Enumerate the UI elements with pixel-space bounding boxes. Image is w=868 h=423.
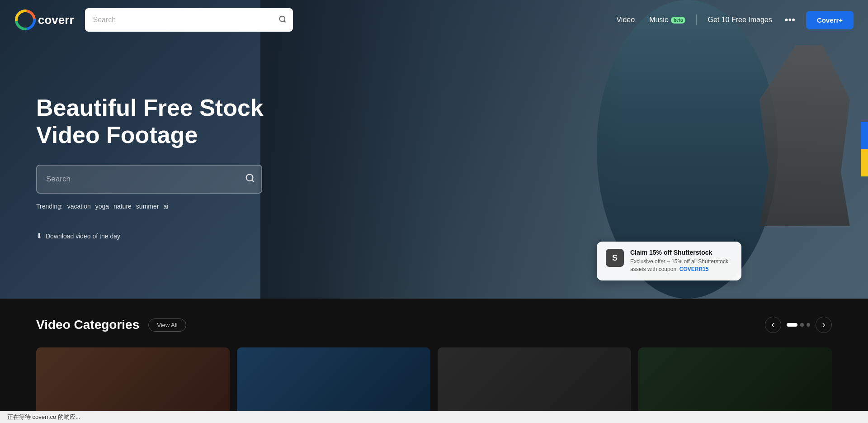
svg-line-2 (284, 21, 285, 22)
promo-logo: S (606, 249, 624, 267)
trending-tag-ai[interactable]: ai (163, 203, 168, 210)
trending-label: Trending: (36, 203, 63, 210)
trending-tag-summer[interactable]: summer (136, 203, 159, 210)
status-bar: 正在等待 coverr.co 的响应... (0, 411, 868, 423)
nav-search-input[interactable] (85, 8, 293, 32)
carousel-dots (787, 323, 810, 327)
carousel-dot-1 (787, 323, 797, 327)
nav-divider (696, 14, 697, 25)
svg-point-1 (279, 16, 285, 22)
side-tab-blue[interactable] (861, 122, 868, 149)
carousel-dot-2 (800, 323, 804, 327)
bottom-section: Video Categories View All ‹ › (0, 299, 868, 423)
beta-badge: beta (671, 17, 686, 24)
carousel-dot-3 (807, 323, 810, 327)
svg-line-4 (252, 180, 254, 182)
hero-gradient-overlay (260, 0, 868, 299)
download-video-day-button[interactable]: ⬇ Download video of the day (36, 232, 264, 240)
trending-tag-yoga[interactable]: yoga (95, 203, 109, 210)
side-tabs (861, 122, 868, 176)
hero-content: Beautiful Free Stock Video Footage Trend… (0, 58, 300, 241)
nav-more-button[interactable]: ••• (781, 10, 799, 29)
download-btn-label: Download video of the day (46, 233, 120, 240)
trending-section: Trending: vacation yoga nature summer ai (36, 203, 264, 210)
carousel-prev-button[interactable]: ‹ (765, 317, 781, 333)
side-tab-yellow[interactable] (861, 149, 868, 176)
carousel-nav: ‹ › (765, 317, 832, 333)
promo-card: S Claim 15% off Shutterstock Exclusive o… (597, 242, 741, 280)
promo-description: Exclusive offer – 15% off all Shuttersto… (630, 258, 732, 273)
view-all-button[interactable]: View All (148, 318, 186, 332)
hero-search-container (36, 165, 262, 194)
carousel-next-button[interactable]: › (816, 317, 832, 333)
hero-search-button[interactable] (245, 173, 255, 185)
promo-text: Claim 15% off Shutterstock Exclusive off… (630, 249, 732, 273)
trending-tag-vacation[interactable]: vacation (67, 203, 91, 210)
nav-search-container (85, 8, 293, 32)
nav-video-link[interactable]: Video (611, 12, 640, 28)
navbar: coverr Video Music beta Get 10 Free Imag… (0, 0, 868, 40)
categories-title: Video Categories (36, 318, 139, 332)
nav-music-label: Music (649, 16, 668, 24)
trending-tag-nature[interactable]: nature (113, 203, 132, 210)
hero-search-input[interactable] (36, 165, 262, 194)
nav-music-link[interactable]: Music beta (644, 12, 691, 28)
promo-title: Claim 15% off Shutterstock (630, 249, 732, 256)
download-icon: ⬇ (36, 232, 42, 240)
logo[interactable]: coverr (14, 9, 74, 31)
svg-point-3 (246, 175, 253, 181)
nav-search-button[interactable] (278, 15, 287, 25)
nav-links: Video Music beta Get 10 Free Images ••• … (611, 10, 854, 29)
nav-free-images-link[interactable]: Get 10 Free Images (702, 12, 777, 28)
logo-text: coverr (38, 13, 74, 27)
nav-cta-button[interactable]: Coverr+ (806, 11, 854, 29)
hero-title: Beautiful Free Stock Video Footage (36, 95, 264, 149)
status-text: 正在等待 coverr.co 的响应... (7, 413, 80, 420)
section-header: Video Categories View All ‹ › (36, 317, 832, 333)
hero-section: Beautiful Free Stock Video Footage Trend… (0, 0, 868, 299)
promo-coupon[interactable]: COVERR15 (679, 266, 709, 272)
